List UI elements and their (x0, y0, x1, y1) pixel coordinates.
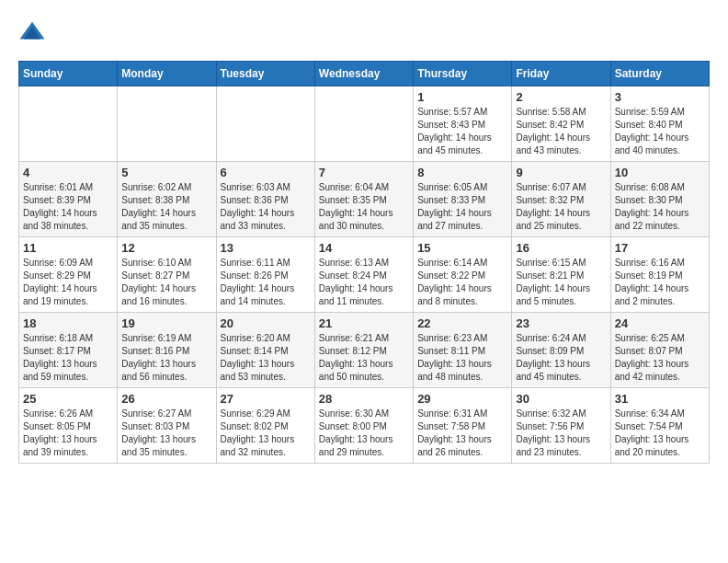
calendar-cell: 10Sunrise: 6:08 AM Sunset: 8:30 PM Dayli… (610, 162, 709, 237)
day-info: Sunrise: 6:07 AM Sunset: 8:32 PM Dayligh… (516, 181, 606, 233)
calendar-cell: 15Sunrise: 6:14 AM Sunset: 8:22 PM Dayli… (414, 237, 512, 313)
calendar-cell: 22Sunrise: 6:23 AM Sunset: 8:11 PM Dayli… (414, 313, 512, 388)
calendar-cell (118, 86, 216, 162)
day-number: 10 (615, 166, 705, 179)
calendar-cell: 14Sunrise: 6:13 AM Sunset: 8:24 PM Dayli… (314, 237, 413, 313)
calendar-week-row: 1Sunrise: 5:57 AM Sunset: 8:43 PM Daylig… (19, 86, 710, 162)
day-info: Sunrise: 6:14 AM Sunset: 8:22 PM Dayligh… (417, 257, 507, 308)
calendar-cell (216, 86, 314, 162)
day-info: Sunrise: 6:25 AM Sunset: 8:07 PM Dayligh… (615, 332, 705, 384)
calendar-cell: 27Sunrise: 6:29 AM Sunset: 8:02 PM Dayli… (216, 388, 314, 464)
day-number: 6 (221, 166, 311, 179)
page-header (18, 18, 710, 46)
calendar-week-row: 25Sunrise: 6:26 AM Sunset: 8:05 PM Dayli… (19, 388, 710, 464)
weekday-header: Friday (512, 62, 610, 86)
calendar-week-row: 11Sunrise: 6:09 AM Sunset: 8:29 PM Dayli… (19, 237, 710, 313)
day-number: 13 (221, 241, 311, 255)
day-info: Sunrise: 6:21 AM Sunset: 8:12 PM Dayligh… (319, 332, 409, 384)
day-number: 22 (417, 316, 507, 330)
day-number: 17 (615, 241, 705, 255)
day-info: Sunrise: 6:01 AM Sunset: 8:39 PM Dayligh… (23, 181, 113, 233)
day-info: Sunrise: 6:18 AM Sunset: 8:17 PM Dayligh… (23, 332, 113, 384)
calendar-cell: 11Sunrise: 6:09 AM Sunset: 8:29 PM Dayli… (19, 237, 118, 313)
day-number: 11 (23, 241, 113, 255)
day-number: 18 (23, 316, 113, 330)
weekday-header: Wednesday (314, 62, 413, 86)
day-info: Sunrise: 6:30 AM Sunset: 8:00 PM Dayligh… (319, 408, 409, 459)
day-info: Sunrise: 5:59 AM Sunset: 8:40 PM Dayligh… (615, 106, 705, 157)
day-number: 27 (221, 392, 311, 406)
day-info: Sunrise: 6:23 AM Sunset: 8:11 PM Dayligh… (417, 332, 507, 384)
day-info: Sunrise: 6:32 AM Sunset: 7:56 PM Dayligh… (516, 408, 606, 459)
calendar-cell: 17Sunrise: 6:16 AM Sunset: 8:19 PM Dayli… (610, 237, 709, 313)
calendar-cell: 20Sunrise: 6:20 AM Sunset: 8:14 PM Dayli… (216, 313, 314, 388)
calendar-week-row: 4Sunrise: 6:01 AM Sunset: 8:39 PM Daylig… (19, 162, 710, 237)
day-number: 5 (121, 166, 211, 179)
calendar-cell: 6Sunrise: 6:03 AM Sunset: 8:36 PM Daylig… (216, 162, 314, 237)
calendar-cell: 5Sunrise: 6:02 AM Sunset: 8:38 PM Daylig… (118, 162, 216, 237)
calendar-cell: 29Sunrise: 6:31 AM Sunset: 7:58 PM Dayli… (414, 388, 512, 464)
calendar-cell: 19Sunrise: 6:19 AM Sunset: 8:16 PM Dayli… (118, 313, 216, 388)
day-info: Sunrise: 6:34 AM Sunset: 7:54 PM Dayligh… (615, 408, 705, 459)
day-info: Sunrise: 6:20 AM Sunset: 8:14 PM Dayligh… (221, 332, 311, 384)
weekday-header-row: SundayMondayTuesdayWednesdayThursdayFrid… (19, 62, 710, 86)
calendar-cell: 7Sunrise: 6:04 AM Sunset: 8:35 PM Daylig… (314, 162, 413, 237)
day-info: Sunrise: 5:57 AM Sunset: 8:43 PM Dayligh… (417, 106, 507, 157)
weekday-header: Tuesday (216, 62, 314, 86)
day-info: Sunrise: 6:15 AM Sunset: 8:21 PM Dayligh… (516, 257, 606, 308)
day-info: Sunrise: 6:31 AM Sunset: 7:58 PM Dayligh… (417, 408, 507, 459)
day-info: Sunrise: 6:05 AM Sunset: 8:33 PM Dayligh… (417, 181, 507, 233)
day-number: 29 (417, 392, 507, 406)
calendar-week-row: 18Sunrise: 6:18 AM Sunset: 8:17 PM Dayli… (19, 313, 710, 388)
calendar-cell (19, 86, 118, 162)
calendar-cell: 31Sunrise: 6:34 AM Sunset: 7:54 PM Dayli… (610, 388, 709, 464)
day-info: Sunrise: 6:03 AM Sunset: 8:36 PM Dayligh… (221, 181, 311, 233)
day-info: Sunrise: 6:02 AM Sunset: 8:38 PM Dayligh… (121, 181, 211, 233)
day-info: Sunrise: 6:27 AM Sunset: 8:03 PM Dayligh… (121, 408, 211, 459)
calendar-cell: 24Sunrise: 6:25 AM Sunset: 8:07 PM Dayli… (610, 313, 709, 388)
calendar-cell (314, 86, 413, 162)
calendar-cell: 3Sunrise: 5:59 AM Sunset: 8:40 PM Daylig… (610, 86, 709, 162)
day-info: Sunrise: 5:58 AM Sunset: 8:42 PM Dayligh… (516, 106, 606, 157)
calendar-cell: 2Sunrise: 5:58 AM Sunset: 8:42 PM Daylig… (512, 86, 610, 162)
day-info: Sunrise: 6:13 AM Sunset: 8:24 PM Dayligh… (319, 257, 409, 308)
day-number: 31 (615, 392, 705, 406)
calendar-cell: 26Sunrise: 6:27 AM Sunset: 8:03 PM Dayli… (118, 388, 216, 464)
day-number: 14 (319, 241, 409, 255)
weekday-header: Monday (118, 62, 216, 86)
day-number: 4 (23, 166, 113, 179)
logo (18, 18, 50, 46)
calendar-cell: 4Sunrise: 6:01 AM Sunset: 8:39 PM Daylig… (19, 162, 118, 237)
day-number: 8 (417, 166, 507, 179)
day-info: Sunrise: 6:10 AM Sunset: 8:27 PM Dayligh… (121, 257, 211, 308)
calendar-cell: 1Sunrise: 5:57 AM Sunset: 8:43 PM Daylig… (414, 86, 512, 162)
weekday-header: Sunday (19, 62, 118, 86)
calendar-cell: 9Sunrise: 6:07 AM Sunset: 8:32 PM Daylig… (512, 162, 610, 237)
day-number: 19 (121, 316, 211, 330)
day-number: 7 (319, 166, 409, 179)
day-number: 15 (417, 241, 507, 255)
weekday-header: Saturday (610, 62, 709, 86)
day-number: 9 (516, 166, 606, 179)
day-number: 28 (319, 392, 409, 406)
day-info: Sunrise: 6:26 AM Sunset: 8:05 PM Dayligh… (23, 408, 113, 459)
day-info: Sunrise: 6:19 AM Sunset: 8:16 PM Dayligh… (121, 332, 211, 384)
day-info: Sunrise: 6:09 AM Sunset: 8:29 PM Dayligh… (23, 257, 113, 308)
calendar-cell: 18Sunrise: 6:18 AM Sunset: 8:17 PM Dayli… (19, 313, 118, 388)
day-number: 12 (121, 241, 211, 255)
calendar-table: SundayMondayTuesdayWednesdayThursdayFrid… (18, 61, 710, 464)
day-info: Sunrise: 6:08 AM Sunset: 8:30 PM Dayligh… (615, 181, 705, 233)
day-info: Sunrise: 6:24 AM Sunset: 8:09 PM Dayligh… (516, 332, 606, 384)
day-number: 24 (615, 316, 705, 330)
calendar-cell: 21Sunrise: 6:21 AM Sunset: 8:12 PM Dayli… (314, 313, 413, 388)
day-number: 20 (221, 316, 311, 330)
calendar-cell: 13Sunrise: 6:11 AM Sunset: 8:26 PM Dayli… (216, 237, 314, 313)
calendar-cell: 16Sunrise: 6:15 AM Sunset: 8:21 PM Dayli… (512, 237, 610, 313)
day-info: Sunrise: 6:04 AM Sunset: 8:35 PM Dayligh… (319, 181, 409, 233)
day-number: 23 (516, 316, 606, 330)
day-info: Sunrise: 6:29 AM Sunset: 8:02 PM Dayligh… (221, 408, 311, 459)
day-number: 16 (516, 241, 606, 255)
day-number: 30 (516, 392, 606, 406)
calendar-cell: 28Sunrise: 6:30 AM Sunset: 8:00 PM Dayli… (314, 388, 413, 464)
day-info: Sunrise: 6:11 AM Sunset: 8:26 PM Dayligh… (221, 257, 311, 308)
